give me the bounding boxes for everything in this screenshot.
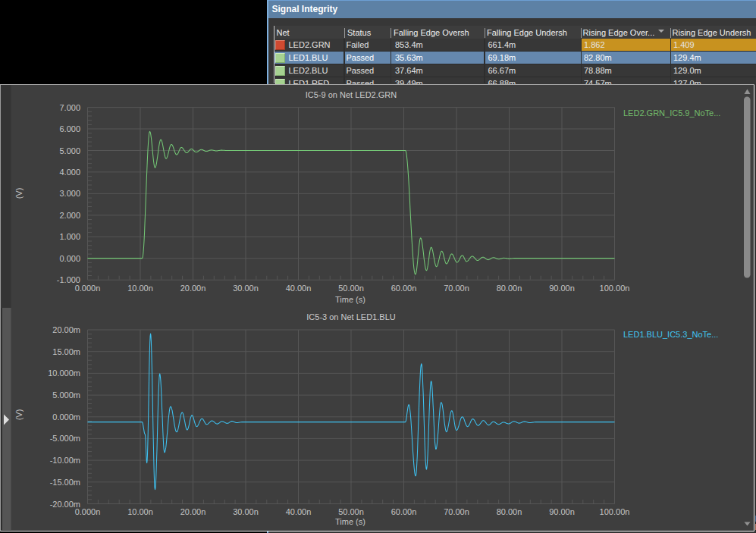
svg-text:Time (s): Time (s) xyxy=(335,295,365,304)
svg-text:30.00n: 30.00n xyxy=(233,284,259,293)
svg-text:IC5-9 on Net LED2.GRN: IC5-9 on Net LED2.GRN xyxy=(306,90,397,99)
svg-text:5.000: 5.000 xyxy=(59,146,80,155)
svg-text:60.00n: 60.00n xyxy=(391,507,417,516)
svg-text:0.000n: 0.000n xyxy=(75,284,101,293)
svg-text:50.00n: 50.00n xyxy=(338,507,364,516)
svg-text:10.00n: 10.00n xyxy=(127,507,153,516)
svg-text:70.00n: 70.00n xyxy=(444,284,469,293)
svg-text:IC5-3 on Net LED1.BLU: IC5-3 on Net LED1.BLU xyxy=(306,312,395,321)
svg-text:0.000m: 0.000m xyxy=(52,412,80,422)
svg-text:60.00n: 60.00n xyxy=(391,284,417,293)
svg-text:50.00n: 50.00n xyxy=(338,284,364,293)
svg-text:(V): (V) xyxy=(14,409,24,421)
svg-text:Time (s): Time (s) xyxy=(335,517,365,526)
svg-text:70.00n: 70.00n xyxy=(444,507,469,516)
svg-text:10.000m: 10.000m xyxy=(48,368,80,378)
svg-text:LED1.BLU_IC5.3_NoTe...: LED1.BLU_IC5.3_NoTe... xyxy=(623,330,718,339)
svg-text:20.00n: 20.00n xyxy=(180,507,206,516)
svg-text:90.00n: 90.00n xyxy=(549,507,575,516)
svg-text:3.000: 3.000 xyxy=(59,189,80,198)
svg-text:20.00m: 20.00m xyxy=(52,325,80,334)
svg-text:6.000: 6.000 xyxy=(59,124,80,133)
svg-text:100.00n: 100.00n xyxy=(600,507,630,516)
svg-text:-15.00m: -15.00m xyxy=(50,478,80,487)
svg-text:0.000: 0.000 xyxy=(59,254,80,263)
svg-text:-5.000m: -5.000m xyxy=(50,434,80,443)
svg-text:80.00n: 80.00n xyxy=(497,507,522,516)
svg-text:20.00n: 20.00n xyxy=(180,284,206,293)
svg-text:5.000m: 5.000m xyxy=(52,390,80,400)
svg-text:LED2.GRN_IC5.9_NoTe...: LED2.GRN_IC5.9_NoTe... xyxy=(623,108,720,118)
svg-text:7.000: 7.000 xyxy=(59,103,80,112)
svg-text:4.000: 4.000 xyxy=(59,168,80,177)
svg-text:90.00n: 90.00n xyxy=(549,284,575,293)
svg-text:100.00n: 100.00n xyxy=(600,284,630,293)
svg-text:30.00n: 30.00n xyxy=(233,507,259,516)
svg-text:(V): (V) xyxy=(14,188,24,199)
svg-text:1.000: 1.000 xyxy=(59,232,80,241)
svg-text:-10.00m: -10.00m xyxy=(50,456,80,465)
svg-text:80.00n: 80.00n xyxy=(497,284,522,293)
svg-text:2.000: 2.000 xyxy=(59,211,80,220)
svg-text:0.000n: 0.000n xyxy=(75,507,101,516)
svg-text:40.00n: 40.00n xyxy=(286,507,312,516)
svg-text:15.00m: 15.00m xyxy=(52,347,80,356)
svg-text:10.00n: 10.00n xyxy=(127,284,153,293)
svg-text:40.00n: 40.00n xyxy=(286,284,312,293)
